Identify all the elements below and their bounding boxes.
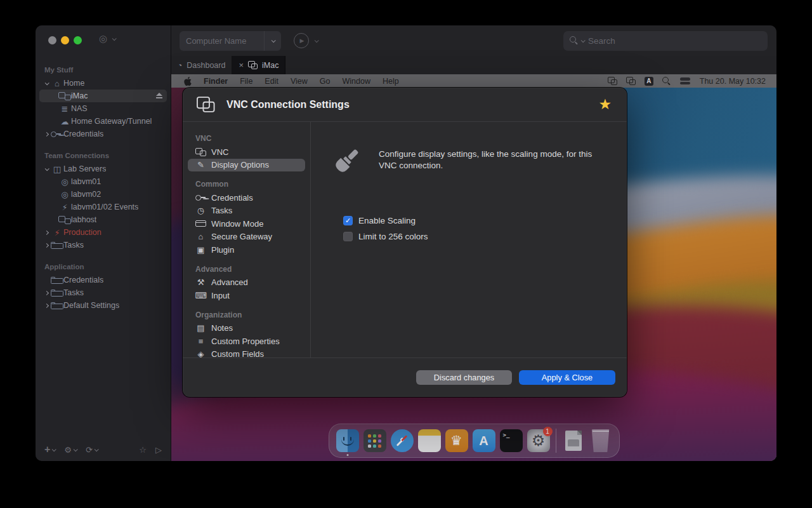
quick-connect-button[interactable]: ◎ — [99, 33, 115, 44]
sidebar-item-label: labhost — [71, 215, 96, 224]
sidebar-item-labvm01-02-events[interactable]: ⚡labvm01/02 Events — [39, 201, 167, 213]
chevron-slot[interactable] — [42, 231, 51, 234]
dock-item-trash[interactable] — [589, 429, 612, 452]
toolbar: Computer Name ▶ — [171, 25, 776, 56]
checkbox-checked-icon[interactable] — [343, 216, 353, 225]
dialog-title: VNC Connection Settings — [226, 99, 350, 110]
sidebar-item-lab-servers[interactable]: ◫Lab Servers — [39, 163, 167, 175]
dialog-nav-label: Credentials — [211, 193, 253, 203]
search-field[interactable] — [563, 31, 768, 51]
dialog-nav-item-custom-fields[interactable]: ◈Custom Fields — [188, 348, 305, 358]
menubar-menu-window[interactable]: Window — [342, 77, 370, 86]
dock-item-document[interactable] — [562, 429, 585, 452]
sync-button[interactable]: ⟳ — [86, 445, 98, 455]
favorite-star-icon[interactable]: ★ — [598, 97, 612, 112]
menubar-menu-file[interactable]: File — [240, 77, 252, 86]
play-icon[interactable]: ▶ — [294, 33, 309, 48]
sidebar-item-imac[interactable]: iMac — [39, 90, 167, 102]
vnc-connection-icon — [197, 97, 215, 112]
dialog-nav-label: Custom Properties — [211, 337, 280, 346]
sidebar-item-labvm02[interactable]: ◎labvm02 — [39, 188, 167, 201]
chevron-slot[interactable] — [42, 304, 51, 307]
mission-control-icon[interactable] — [608, 77, 617, 85]
dialog-nav-item-notes[interactable]: ▤Notes — [188, 322, 305, 335]
dock-item-appstore[interactable] — [473, 429, 495, 452]
chevron-slot[interactable] — [42, 244, 51, 247]
dock-item-launchpad[interactable] — [363, 429, 386, 452]
chevron-slot[interactable] — [42, 82, 51, 85]
sidebar-item-credentials[interactable]: Credentials — [39, 274, 167, 286]
close-tab-icon[interactable]: × — [239, 61, 244, 69]
search-input[interactable] — [587, 36, 761, 46]
dock-item-royaltsx[interactable]: ♛ — [445, 429, 468, 452]
sidebar-item-tasks[interactable]: Tasks — [39, 239, 167, 251]
eject-icon[interactable] — [155, 93, 163, 99]
dock-item-notes[interactable] — [418, 429, 441, 452]
chevron-right-icon — [44, 303, 48, 307]
connect-button[interactable]: ▷ — [155, 445, 162, 455]
add-button[interactable]: + — [44, 444, 55, 455]
checkbox-unchecked-icon[interactable] — [343, 232, 353, 241]
sidebar-item-labvm01[interactable]: ◎labvm01 — [39, 175, 167, 188]
input-source-icon[interactable] — [645, 77, 653, 86]
apple-logo-icon[interactable] — [184, 77, 192, 86]
menubar-menu-help[interactable]: Help — [383, 77, 399, 86]
cloud-icon: ☁ — [58, 117, 71, 126]
chevron-slot[interactable] — [42, 133, 51, 136]
checkbox-row-enable-scaling[interactable]: Enable Scaling — [343, 216, 601, 225]
tab-dashboard[interactable]: ◔Dashboard — [171, 56, 232, 74]
dock-item-terminal[interactable] — [500, 429, 523, 452]
sidebar-item-label: NAS — [71, 104, 88, 113]
spotlight-icon[interactable] — [662, 77, 671, 86]
screens-icon — [248, 61, 258, 69]
menubar-clock[interactable]: Thu 20. May 10:32 — [700, 77, 766, 86]
dialog-nav-item-input[interactable]: ⌨Input — [188, 289, 305, 302]
dock-item-finder[interactable] — [336, 429, 359, 452]
dialog-nav-item-custom-properties[interactable]: ≡Custom Properties — [188, 335, 305, 348]
sidebar-item-nas[interactable]: ≣NAS — [39, 102, 167, 115]
control-center-icon[interactable] — [680, 77, 691, 84]
apply-close-button[interactable]: Apply & Close — [519, 370, 615, 385]
dialog-nav-item-window-mode[interactable]: Window Mode — [188, 217, 305, 231]
sidebar-item-tasks[interactable]: Tasks — [39, 286, 167, 299]
zoom-window-button[interactable] — [74, 36, 82, 44]
computer-name-select[interactable]: Computer Name — [180, 31, 281, 51]
dock-item-safari[interactable] — [391, 429, 414, 452]
chevron-down-icon[interactable] — [265, 39, 281, 43]
sidebar-item-credentials[interactable]: Credentials — [39, 128, 167, 140]
sidebar-item-label: Lab Servers — [63, 164, 106, 173]
chevron-slot[interactable] — [42, 168, 51, 171]
menubar-menu-edit[interactable]: Edit — [265, 77, 278, 86]
discard-changes-button[interactable]: Discard changes — [416, 370, 512, 385]
session-icon: ◎ — [58, 178, 71, 186]
dialog-nav-item-advanced[interactable]: ⚒Advanced — [188, 276, 305, 290]
dock-item-system-preferences[interactable]: ⚙1 — [527, 429, 550, 452]
dialog-nav-item-credentials[interactable]: Credentials — [188, 191, 305, 204]
dashboard-icon: ◔ — [178, 61, 182, 70]
checkbox-row-limit-to-256-colors[interactable]: Limit to 256 colors — [343, 232, 601, 241]
minimize-window-button[interactable] — [61, 36, 69, 44]
sidebar-item-production[interactable]: ⚡Production — [39, 226, 167, 239]
chevron-slot[interactable] — [42, 291, 51, 295]
menubar-menu-go[interactable]: Go — [320, 77, 331, 86]
menubar-menu-finder[interactable]: Finder — [204, 77, 228, 86]
settings-icon: ⚙ — [64, 445, 72, 455]
dialog-nav-item-plugin[interactable]: ▣Plugin — [188, 243, 305, 257]
sidebar-item-home-gateway-tunnel[interactable]: ☁Home Gateway/Tunnel — [39, 115, 167, 128]
tab-imac[interactable]: ×iMac — [232, 56, 285, 74]
settings-button[interactable]: ⚙ — [64, 445, 77, 455]
chevron-down-icon[interactable] — [315, 38, 319, 43]
sidebar-item-default-settings[interactable]: Default Settings — [39, 299, 167, 312]
dialog-nav-item-tasks[interactable]: ◷Tasks — [188, 204, 305, 218]
sidebar-item-labhost[interactable]: labhost — [39, 213, 167, 226]
dialog-nav-item-display-options[interactable]: ✎Display Options — [188, 159, 305, 172]
menubar-menu-view[interactable]: View — [291, 77, 308, 86]
close-window-button[interactable] — [48, 36, 56, 44]
favorite-button[interactable]: ☆ — [139, 445, 147, 455]
sidebar-item-label: labvm01 — [71, 177, 101, 186]
dialog-nav-item-secure-gateway[interactable]: ⌂Secure Gateway — [188, 231, 305, 244]
dialog-nav-item-vnc[interactable]: VNC — [188, 145, 305, 159]
info-row: Configure display settings, like the sca… — [329, 145, 601, 182]
sidebar-item-home[interactable]: ⌂Home — [39, 77, 167, 90]
mission-control-icon[interactable] — [626, 77, 636, 85]
